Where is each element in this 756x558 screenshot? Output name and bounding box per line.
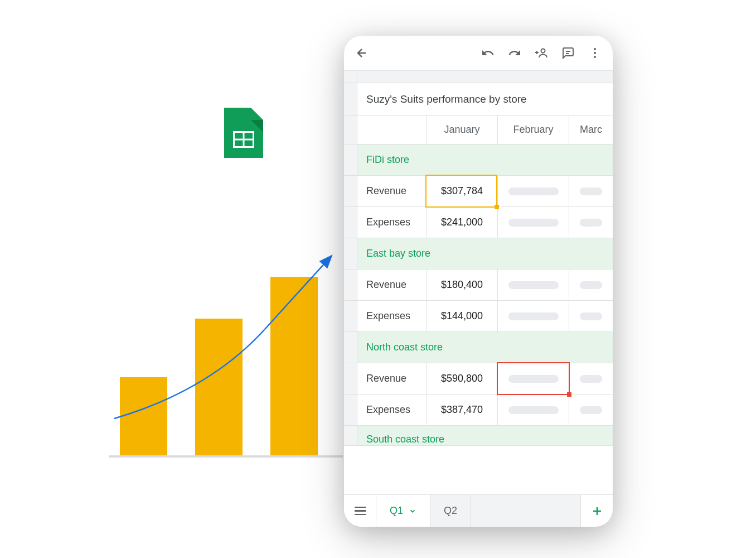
cell-placeholder[interactable] [498, 270, 569, 300]
sheet-tabs-bar: Q1 Q2 [344, 494, 613, 527]
hamburger-icon [355, 507, 366, 516]
comment-icon[interactable] [561, 46, 575, 60]
chevron-down-icon [409, 507, 416, 515]
cell-placeholder[interactable] [498, 207, 569, 238]
row-header[interactable] [344, 363, 357, 394]
sheet-title-cell[interactable]: Suzy's Suits performance by store [357, 83, 613, 115]
row-header[interactable] [344, 176, 357, 206]
cell[interactable]: $144,000 [427, 301, 498, 331]
store-header-southcoast[interactable]: South coast store [357, 426, 613, 445]
bar-chart [109, 240, 343, 463]
add-sheet-button[interactable] [580, 495, 613, 527]
row-header[interactable] [344, 426, 357, 445]
cell-placeholder[interactable] [498, 301, 569, 331]
row-label[interactable]: Revenue [357, 363, 427, 394]
cell[interactable]: $387,470 [427, 395, 498, 425]
column-header-march[interactable]: Marc [569, 116, 613, 144]
cell-placeholder[interactable] [569, 270, 613, 300]
sheets-app-icon [224, 108, 263, 158]
column-header-area [357, 71, 613, 83]
svg-point-1 [541, 49, 545, 53]
store-header-fidi[interactable]: FiDi store [357, 145, 613, 175]
chart-bar [195, 319, 243, 455]
chart-x-axis [109, 455, 343, 458]
tab-q1[interactable]: Q1 [376, 495, 430, 527]
store-header-eastbay[interactable]: East bay store [357, 238, 613, 269]
row-header[interactable] [344, 395, 357, 425]
chart-bar [270, 277, 318, 455]
cell[interactable] [357, 116, 427, 144]
row-label[interactable]: Expenses [357, 301, 427, 331]
row-header[interactable] [344, 83, 357, 115]
cell-placeholder[interactable] [498, 176, 569, 206]
svg-point-4 [594, 48, 596, 50]
cell[interactable]: $180,400 [427, 270, 498, 300]
add-person-icon[interactable] [535, 46, 548, 60]
row-header[interactable] [344, 301, 357, 331]
store-header-northcoast[interactable]: North coast store [357, 332, 613, 363]
cell-placeholder[interactable] [569, 395, 613, 425]
cell-placeholder[interactable] [569, 363, 613, 394]
svg-point-6 [594, 56, 596, 58]
cell-placeholder[interactable] [498, 395, 569, 425]
row-label[interactable]: Revenue [357, 176, 427, 206]
row-header[interactable] [344, 238, 357, 269]
redo-icon[interactable] [508, 46, 521, 60]
back-icon[interactable] [355, 46, 369, 60]
cell-selected-collaborator[interactable] [498, 363, 569, 394]
column-header-february[interactable]: February [498, 116, 569, 144]
phone-mockup: Suzy's Suits performance by store Januar… [344, 36, 613, 527]
more-icon[interactable] [588, 46, 602, 60]
tab-label: Q2 [444, 505, 457, 517]
row-label[interactable]: Revenue [357, 270, 427, 300]
column-header-january[interactable]: January [427, 116, 498, 144]
cell-placeholder[interactable] [569, 176, 613, 206]
row-header[interactable] [344, 332, 357, 363]
row-header[interactable] [344, 116, 357, 144]
app-toolbar [344, 36, 613, 70]
cell-placeholder[interactable] [569, 301, 613, 331]
cell-placeholder[interactable] [569, 207, 613, 238]
select-all-corner[interactable] [344, 71, 357, 83]
svg-point-5 [594, 52, 596, 54]
row-header[interactable] [344, 145, 357, 175]
row-label[interactable]: Expenses [357, 207, 427, 238]
row-header[interactable] [344, 270, 357, 300]
tab-q2[interactable]: Q2 [430, 495, 471, 527]
undo-icon[interactable] [481, 46, 495, 60]
plus-icon [590, 504, 604, 518]
tab-label: Q1 [390, 505, 403, 517]
row-label[interactable]: Expenses [357, 395, 427, 425]
chart-bar [120, 377, 167, 455]
cell[interactable]: $241,000 [427, 207, 498, 238]
row-header[interactable] [344, 207, 357, 238]
spreadsheet[interactable]: Suzy's Suits performance by store Januar… [344, 70, 613, 446]
cell-selected-primary[interactable]: $307,784 [427, 176, 498, 206]
all-sheets-menu[interactable] [344, 495, 376, 527]
cell[interactable]: $590,800 [427, 363, 498, 394]
